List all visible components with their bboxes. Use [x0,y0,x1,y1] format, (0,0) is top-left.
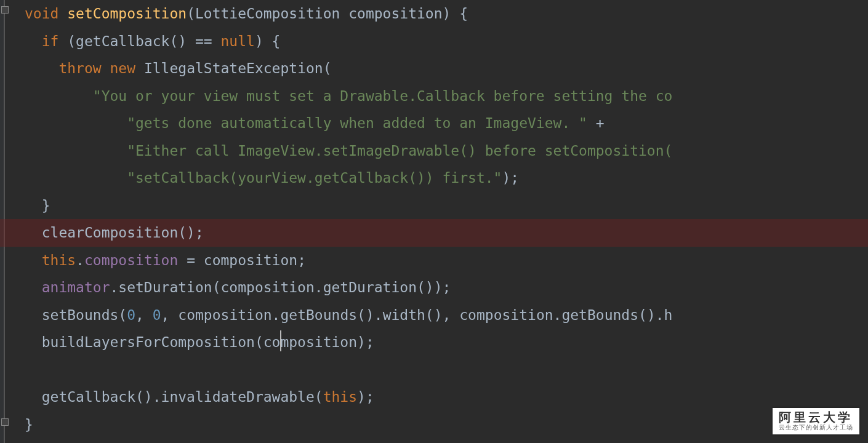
code-line[interactable]: buildLayersForComposition(composition); [7,329,868,356]
expr: (getCallback() == [58,33,220,49]
code-line[interactable]: throw new IllegalStateException( [7,55,868,82]
code-line[interactable]: "setCallback(yourView.getCallback()) fir… [7,164,868,192]
code-line[interactable]: } [7,411,868,439]
close-brace: } [25,417,33,433]
watermark: 阿里云大学 云生态下的创新人才工场 [773,408,859,434]
code-line[interactable]: } [7,192,868,220]
keyword-null: null [221,33,255,49]
code-line[interactable]: "Either call ImageView.setImageDrawable(… [7,137,868,165]
code-line[interactable]: getCallback().invalidateDrawable(this); [7,383,868,411]
code-line[interactable]: setBounds(0, 0, composition.getBounds().… [7,301,868,329]
keyword-void: void [25,6,58,22]
keyword-throw: throw [58,60,101,76]
keyword-new: new [102,60,144,76]
field-ref: animator [42,279,110,295]
dot: . [76,252,84,268]
code-area[interactable]: void setComposition(LottieComposition co… [7,0,868,438]
method-name: setComposition [67,6,187,22]
code-editor[interactable]: void setComposition(LottieComposition co… [0,0,868,443]
keyword-this: this [323,389,357,405]
method-call: .setDuration(composition.getDuration()); [110,279,451,295]
method-call: , composition.getBounds().width(), compo… [161,307,673,323]
exception-type: IllegalStateException( [144,60,332,76]
code-line[interactable]: "You or your view must set a Drawable.Ca… [7,82,868,110]
close-paren: ); [502,170,519,186]
keyword-this: this [42,252,76,268]
code-line[interactable]: clearComposition(); [7,219,868,247]
code-line[interactable]: animator.setDuration(composition.getDura… [7,274,868,301]
code-line[interactable] [7,356,868,384]
close-brace: } [42,198,50,214]
method-call: getCallback().invalidateDrawable( [42,389,323,405]
string-literal: "Either call ImageView.setImageDrawable(… [127,143,672,159]
string-literal: "You or your view must set a Drawable.Ca… [93,88,673,104]
assign: = composition; [178,252,306,268]
method-call: setBounds( [42,307,127,323]
method-call: buildLayersForComposition(composition); [42,334,374,350]
number-literal: 0 [153,307,161,323]
expr: ) { [255,33,281,49]
text-caret [280,330,281,351]
number-literal: 0 [127,307,135,323]
watermark-title: 阿里云大学 [779,410,853,424]
field-ref: composition [84,252,178,268]
string-literal: "gets done automatically when added to a… [127,115,587,131]
watermark-subtitle: 云生态下的创新人才工场 [779,424,853,431]
code-line[interactable]: this.composition = composition; [7,247,868,274]
code-line[interactable]: void setComposition(LottieComposition co… [7,0,868,28]
operator-plus: + [587,115,605,131]
string-literal: "setCallback(yourView.getCallback()) fir… [127,170,502,186]
code-line[interactable]: if (getCallback() == null) { [7,28,868,55]
code-line[interactable]: "gets done automatically when added to a… [7,110,868,137]
params: (LottieComposition composition) { [187,6,468,22]
comma: , [135,307,153,323]
close-paren: ); [357,389,374,405]
method-call: clearComposition(); [42,225,204,241]
keyword-if: if [42,33,59,49]
